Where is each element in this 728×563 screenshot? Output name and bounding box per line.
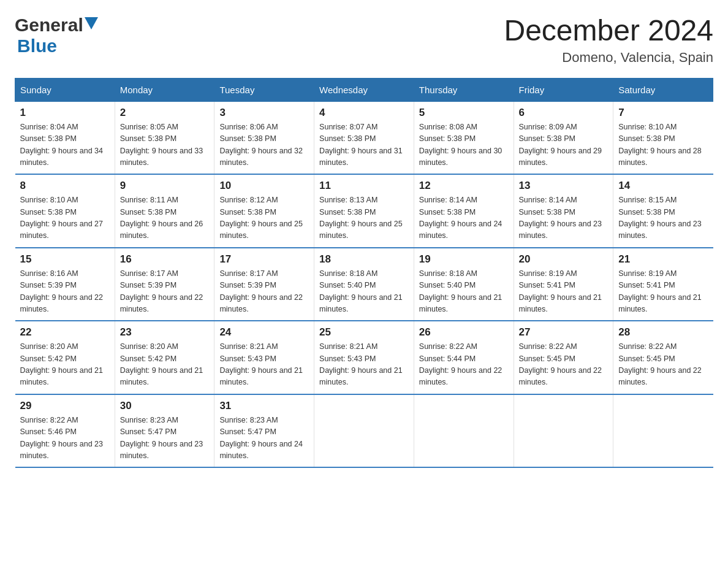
day-number: 5 — [419, 107, 509, 119]
col-sunday: Sunday — [15, 78, 115, 101]
day-number: 30 — [120, 400, 210, 412]
col-saturday: Saturday — [613, 78, 713, 101]
table-row — [414, 394, 514, 468]
col-tuesday: Tuesday — [214, 78, 314, 101]
day-info: Sunrise: 8:07 AMSunset: 5:38 PMDaylight:… — [319, 123, 403, 167]
table-row: 26 Sunrise: 8:22 AMSunset: 5:44 PMDaylig… — [414, 321, 514, 394]
table-row: 14 Sunrise: 8:15 AMSunset: 5:38 PMDaylig… — [613, 174, 713, 248]
page-header: General Blue December 2024 Domeno, Valen… — [15, 15, 713, 66]
day-info: Sunrise: 8:06 AMSunset: 5:38 PMDaylight:… — [219, 123, 303, 167]
day-number: 6 — [519, 107, 609, 119]
table-row: 19 Sunrise: 8:18 AMSunset: 5:40 PMDaylig… — [414, 248, 514, 321]
day-number: 15 — [20, 253, 110, 266]
day-info: Sunrise: 8:22 AMSunset: 5:44 PMDaylight:… — [419, 342, 502, 386]
calendar-header-row: Sunday Monday Tuesday Wednesday Thursday… — [15, 78, 713, 101]
day-info: Sunrise: 8:21 AMSunset: 5:43 PMDaylight:… — [219, 342, 303, 386]
day-number: 8 — [20, 180, 110, 192]
day-number: 23 — [120, 326, 210, 339]
day-info: Sunrise: 8:10 AMSunset: 5:38 PMDaylight:… — [618, 123, 702, 167]
table-row: 31 Sunrise: 8:23 AMSunset: 5:47 PMDaylig… — [214, 394, 314, 468]
day-number: 10 — [219, 180, 309, 192]
day-info: Sunrise: 8:16 AMSunset: 5:39 PMDaylight:… — [20, 269, 104, 313]
calendar-week-row: 1 Sunrise: 8:04 AMSunset: 5:38 PMDayligh… — [15, 101, 713, 174]
location-text: Domeno, Valencia, Spain — [504, 50, 713, 66]
day-number: 18 — [319, 253, 409, 266]
table-row — [314, 394, 414, 468]
day-info: Sunrise: 8:17 AMSunset: 5:39 PMDaylight:… — [120, 269, 203, 313]
col-thursday: Thursday — [414, 78, 514, 101]
day-number: 31 — [219, 400, 309, 412]
day-number: 11 — [319, 180, 409, 192]
calendar-week-row: 22 Sunrise: 8:20 AMSunset: 5:42 PMDaylig… — [15, 321, 713, 394]
table-row: 12 Sunrise: 8:14 AMSunset: 5:38 PMDaylig… — [414, 174, 514, 248]
day-number: 17 — [219, 253, 309, 266]
calendar-table: Sunday Monday Tuesday Wednesday Thursday… — [15, 78, 713, 469]
day-info: Sunrise: 8:14 AMSunset: 5:38 PMDaylight:… — [419, 196, 502, 240]
day-info: Sunrise: 8:10 AMSunset: 5:38 PMDaylight:… — [20, 196, 104, 240]
table-row: 23 Sunrise: 8:20 AMSunset: 5:42 PMDaylig… — [115, 321, 214, 394]
day-number: 28 — [618, 326, 708, 339]
day-number: 4 — [319, 107, 409, 119]
col-friday: Friday — [514, 78, 613, 101]
day-info: Sunrise: 8:05 AMSunset: 5:38 PMDaylight:… — [120, 123, 203, 167]
table-row: 10 Sunrise: 8:12 AMSunset: 5:38 PMDaylig… — [214, 174, 314, 248]
day-number: 9 — [120, 180, 210, 192]
day-number: 13 — [519, 180, 609, 192]
day-number: 16 — [120, 253, 210, 266]
calendar-week-row: 8 Sunrise: 8:10 AMSunset: 5:38 PMDayligh… — [15, 174, 713, 248]
day-info: Sunrise: 8:22 AMSunset: 5:45 PMDaylight:… — [618, 342, 702, 386]
logo: General Blue — [15, 15, 98, 56]
day-info: Sunrise: 8:15 AMSunset: 5:38 PMDaylight:… — [618, 196, 702, 240]
table-row: 18 Sunrise: 8:18 AMSunset: 5:40 PMDaylig… — [314, 248, 414, 321]
col-wednesday: Wednesday — [314, 78, 414, 101]
day-number: 24 — [219, 326, 309, 339]
table-row: 5 Sunrise: 8:08 AMSunset: 5:38 PMDayligh… — [414, 101, 514, 174]
table-row: 16 Sunrise: 8:17 AMSunset: 5:39 PMDaylig… — [115, 248, 214, 321]
day-info: Sunrise: 8:04 AMSunset: 5:38 PMDaylight:… — [20, 123, 104, 167]
table-row — [514, 394, 613, 468]
logo-blue-text: Blue — [17, 36, 57, 56]
day-info: Sunrise: 8:18 AMSunset: 5:40 PMDaylight:… — [419, 269, 502, 313]
day-info: Sunrise: 8:08 AMSunset: 5:38 PMDaylight:… — [419, 123, 502, 167]
table-row: 3 Sunrise: 8:06 AMSunset: 5:38 PMDayligh… — [214, 101, 314, 174]
table-row: 28 Sunrise: 8:22 AMSunset: 5:45 PMDaylig… — [613, 321, 713, 394]
table-row: 11 Sunrise: 8:13 AMSunset: 5:38 PMDaylig… — [314, 174, 414, 248]
table-row: 29 Sunrise: 8:22 AMSunset: 5:46 PMDaylig… — [15, 394, 115, 468]
day-number: 29 — [20, 400, 110, 412]
day-info: Sunrise: 8:22 AMSunset: 5:45 PMDaylight:… — [519, 342, 602, 386]
title-block: December 2024 Domeno, Valencia, Spain — [504, 15, 713, 66]
day-info: Sunrise: 8:13 AMSunset: 5:38 PMDaylight:… — [319, 196, 403, 240]
logo-general-text: General — [15, 15, 83, 36]
day-number: 2 — [120, 107, 210, 119]
table-row: 9 Sunrise: 8:11 AMSunset: 5:38 PMDayligh… — [115, 174, 214, 248]
table-row: 4 Sunrise: 8:07 AMSunset: 5:38 PMDayligh… — [314, 101, 414, 174]
table-row: 22 Sunrise: 8:20 AMSunset: 5:42 PMDaylig… — [15, 321, 115, 394]
calendar-week-row: 15 Sunrise: 8:16 AMSunset: 5:39 PMDaylig… — [15, 248, 713, 321]
day-info: Sunrise: 8:23 AMSunset: 5:47 PMDaylight:… — [120, 416, 203, 460]
day-info: Sunrise: 8:20 AMSunset: 5:42 PMDaylight:… — [20, 342, 104, 386]
day-number: 1 — [20, 107, 110, 119]
table-row: 6 Sunrise: 8:09 AMSunset: 5:38 PMDayligh… — [514, 101, 613, 174]
month-title: December 2024 — [504, 15, 713, 47]
day-number: 3 — [219, 107, 309, 119]
day-info: Sunrise: 8:21 AMSunset: 5:43 PMDaylight:… — [319, 342, 403, 386]
day-number: 27 — [519, 326, 609, 339]
day-number: 7 — [618, 107, 708, 119]
table-row: 20 Sunrise: 8:19 AMSunset: 5:41 PMDaylig… — [514, 248, 613, 321]
table-row: 25 Sunrise: 8:21 AMSunset: 5:43 PMDaylig… — [314, 321, 414, 394]
table-row: 30 Sunrise: 8:23 AMSunset: 5:47 PMDaylig… — [115, 394, 214, 468]
day-info: Sunrise: 8:14 AMSunset: 5:38 PMDaylight:… — [519, 196, 602, 240]
day-number: 22 — [20, 326, 110, 339]
day-number: 12 — [419, 180, 509, 192]
table-row: 2 Sunrise: 8:05 AMSunset: 5:38 PMDayligh… — [115, 101, 214, 174]
day-info: Sunrise: 8:19 AMSunset: 5:41 PMDaylight:… — [618, 269, 702, 313]
day-number: 14 — [618, 180, 708, 192]
table-row: 15 Sunrise: 8:16 AMSunset: 5:39 PMDaylig… — [15, 248, 115, 321]
day-number: 26 — [419, 326, 509, 339]
day-info: Sunrise: 8:11 AMSunset: 5:38 PMDaylight:… — [120, 196, 203, 240]
day-info: Sunrise: 8:12 AMSunset: 5:38 PMDaylight:… — [219, 196, 303, 240]
day-number: 25 — [319, 326, 409, 339]
day-info: Sunrise: 8:22 AMSunset: 5:46 PMDaylight:… — [20, 416, 104, 460]
day-info: Sunrise: 8:23 AMSunset: 5:47 PMDaylight:… — [219, 416, 303, 460]
table-row: 13 Sunrise: 8:14 AMSunset: 5:38 PMDaylig… — [514, 174, 613, 248]
